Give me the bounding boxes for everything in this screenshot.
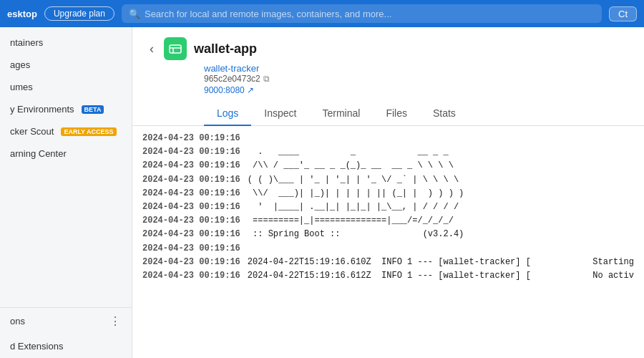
container-title-row: ‹ wallet-app: [147, 37, 630, 60]
log-timestamp: 2024-04-23 00:19:16: [142, 256, 240, 269]
sidebar-item-containers[interactable]: ntainers: [0, 32, 132, 54]
sidebar-bottom-label: ons: [10, 316, 25, 326]
log-timestamp: 2024-04-23 00:19:16: [142, 228, 240, 241]
container-header: ‹ wallet-app wallet-tracker 965c2e0473c2…: [132, 27, 644, 126]
right-action-button[interactable]: Ct: [609, 6, 637, 21]
sidebar-item-label: cker Scout: [10, 126, 54, 137]
search-input[interactable]: [145, 9, 595, 19]
external-link-icon: ↗: [247, 85, 254, 95]
early-access-badge: EARLY ACCESS: [61, 127, 116, 136]
main-layout: ntainers ages umes y Environments BETA c…: [0, 27, 644, 358]
tab-terminal[interactable]: Terminal: [310, 102, 374, 126]
back-button[interactable]: ‹: [147, 42, 157, 57]
topbar: esktop Upgrade plan 🔍 Ct: [0, 0, 644, 27]
tab-stats[interactable]: Stats: [420, 102, 469, 126]
sidebar-item-label: arning Center: [10, 148, 67, 159]
sidebar-item-images[interactable]: ages: [0, 54, 132, 76]
log-line: 2024-04-23 00:19:16( ( )\___ | '_ | '_| …: [132, 173, 644, 187]
log-line: 2024-04-23 00:19:16 . ____ _ __ _ _: [132, 145, 644, 159]
content-area: ‹ wallet-app wallet-tracker 965c2e0473c2…: [132, 27, 644, 358]
log-timestamp: 2024-04-23 00:19:16: [142, 173, 240, 187]
sidebar-item-label: ages: [10, 59, 30, 70]
sidebar-item-environments[interactable]: y Environments BETA: [0, 98, 132, 120]
sidebar-item-tracker-scout[interactable]: cker Scout EARLY ACCESS: [0, 120, 132, 142]
sidebar-item-volumes[interactable]: umes: [0, 76, 132, 98]
search-icon: 🔍: [129, 9, 140, 19]
sidebar-item-label: umes: [10, 82, 33, 92]
log-line: 2024-04-23 00:19:16 ' |____| .__|_| |_|_…: [132, 200, 644, 214]
log-timestamp: 2024-04-23 00:19:16: [142, 242, 240, 256]
container-icon: [164, 37, 187, 60]
log-line: 2024-04-23 00:19:16: [132, 132, 644, 145]
log-timestamp: 2024-04-23 00:19:16: [142, 200, 240, 214]
tab-files[interactable]: Files: [373, 102, 420, 126]
log-timestamp: 2024-04-23 00:19:16: [142, 145, 240, 159]
log-timestamp: 2024-04-23 00:19:16: [142, 132, 240, 145]
log-timestamp: 2024-04-23 00:19:16: [142, 187, 240, 200]
port-link[interactable]: 9000:8080 ↗: [204, 85, 630, 95]
app-name: esktop: [7, 9, 37, 19]
container-sub-name-row: wallet-tracker: [147, 63, 630, 74]
log-line: 2024-04-23 00:19:16 =========|_|========…: [132, 214, 644, 228]
log-line: 2024-04-23 00:19:16 \\/ ___)| |_)| | | |…: [132, 187, 644, 200]
container-id-row: 965c2e0473c2 ⧉: [147, 74, 630, 84]
svg-rect-0: [170, 45, 181, 53]
tabs-bar: Logs Inspect Terminal Files Stats: [147, 101, 630, 125]
sidebar-item-add-extensions[interactable]: d Extensions: [0, 334, 132, 358]
copy-id-icon[interactable]: ⧉: [263, 74, 270, 84]
log-line: 2024-04-23 00:19:16 /\\ / ___'_ __ _ _(_…: [132, 159, 644, 173]
container-name: wallet-app: [194, 42, 257, 57]
sidebar-item-label: y Environments: [10, 104, 74, 115]
tab-inspect[interactable]: Inspect: [251, 102, 309, 126]
log-timestamp: 2024-04-23 00:19:16: [142, 269, 240, 283]
sidebar-item-extensions[interactable]: ons ⋮: [0, 308, 132, 334]
sidebar-item-learning-center[interactable]: arning Center: [0, 142, 132, 165]
container-sub-link[interactable]: wallet-tracker: [204, 63, 259, 74]
sidebar-bottom: ons ⋮ d Extensions: [0, 307, 132, 358]
tab-logs[interactable]: Logs: [204, 102, 251, 126]
beta-badge: BETA: [82, 105, 104, 114]
log-line: 2024-04-23 00:19:16: [132, 242, 644, 256]
port-row: 9000:8080 ↗: [147, 85, 630, 95]
container-id: 965c2e0473c2 ⧉: [204, 74, 270, 84]
log-line: 2024-04-23 00:19:162024-04-22T15:19:16.6…: [132, 256, 644, 269]
log-timestamp: 2024-04-23 00:19:16: [142, 214, 240, 228]
container-box-icon: [168, 42, 182, 56]
sidebar-bottom-label: d Extensions: [10, 341, 63, 352]
sidebar: ntainers ages umes y Environments BETA c…: [0, 27, 132, 358]
logs-area[interactable]: 2024-04-23 00:19:16 2024-04-23 00:19:16 …: [132, 126, 644, 358]
upgrade-plan-button[interactable]: Upgrade plan: [44, 6, 114, 21]
more-options-icon[interactable]: ⋮: [109, 314, 122, 328]
search-bar[interactable]: 🔍: [122, 4, 602, 23]
sidebar-item-label: ntainers: [10, 37, 43, 48]
log-line: 2024-04-23 00:19:16 :: Spring Boot :: (v…: [132, 228, 644, 241]
log-timestamp: 2024-04-23 00:19:16: [142, 159, 240, 173]
log-line: 2024-04-23 00:19:162024-04-22T15:19:16.6…: [132, 269, 644, 283]
